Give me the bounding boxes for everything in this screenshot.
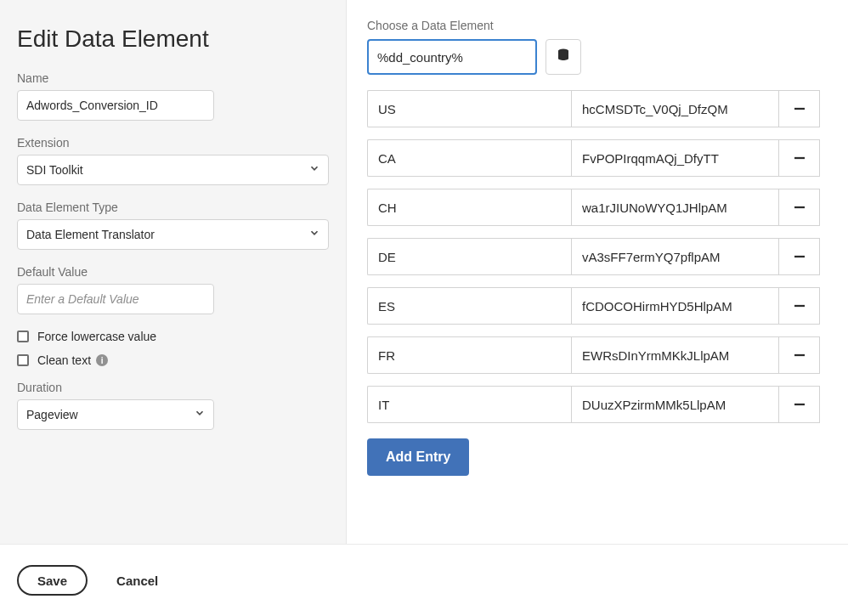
entry-row: DEvA3sFF7ermYQ7pflpAM	[367, 238, 828, 275]
type-label: Data Element Type	[17, 201, 329, 214]
minus-icon	[792, 348, 807, 363]
extension-label: Extension	[17, 136, 329, 150]
left-panel: Edit Data Element Name Extension Data El…	[0, 0, 347, 544]
remove-entry-button[interactable]	[779, 386, 820, 423]
entry-row: CHwa1rJIUNoWYQ1JHlpAM	[367, 189, 828, 226]
minus-icon	[792, 200, 807, 215]
default-value-label: Default Value	[17, 265, 214, 279]
entry-value-input[interactable]: vA3sFF7ermYQ7pflpAM	[571, 238, 779, 275]
entry-row: CAFvPOPIrqqmAQj_DfyTT	[367, 139, 828, 177]
svg-rect-6	[794, 354, 805, 356]
minus-icon	[792, 397, 807, 412]
entry-value-input[interactable]: FvPOPIrqqmAQj_DfyTT	[571, 139, 779, 177]
remove-entry-button[interactable]	[779, 90, 820, 127]
duration-select[interactable]	[17, 399, 214, 430]
entry-key-input[interactable]: FR	[367, 336, 571, 374]
remove-entry-button[interactable]	[779, 139, 820, 177]
svg-rect-3	[794, 206, 805, 208]
cancel-button[interactable]: Cancel	[116, 574, 158, 588]
entry-row: ITDUuzXPzirmMMk5LlpAM	[367, 386, 828, 423]
right-panel: Choose a Data Element UShcCMSDTc_V0Qj_Df…	[347, 0, 848, 544]
remove-entry-button[interactable]	[779, 189, 820, 226]
entry-value-input[interactable]: fCDOCOHirmHYD5HlpAM	[571, 287, 779, 325]
name-label: Name	[17, 71, 214, 85]
minus-icon	[792, 101, 807, 116]
svg-rect-7	[794, 404, 805, 405]
add-entry-button[interactable]: Add Entry	[367, 438, 469, 476]
save-button[interactable]: Save	[17, 565, 88, 596]
checkbox-icon	[17, 354, 29, 366]
entry-value-input[interactable]: hcCMSDTc_V0Qj_DfzQM	[571, 90, 779, 127]
clean-text-checkbox[interactable]: Clean text i	[17, 353, 329, 367]
name-input[interactable]	[17, 90, 214, 121]
page-title: Edit Data Element	[17, 25, 329, 53]
entry-value-input[interactable]: wa1rJIUNoWYQ1JHlpAM	[571, 189, 779, 226]
remove-entry-button[interactable]	[779, 287, 820, 325]
checkbox-icon	[17, 331, 29, 342]
remove-entry-button[interactable]	[779, 238, 820, 275]
info-icon[interactable]: i	[96, 354, 108, 366]
data-element-picker-button[interactable]	[546, 39, 581, 75]
minus-icon	[792, 249, 807, 264]
data-element-input[interactable]	[367, 39, 537, 75]
force-lowercase-label: Force lowercase value	[37, 330, 156, 343]
entries-list: UShcCMSDTc_V0Qj_DfzQMCAFvPOPIrqqmAQj_Dfy…	[367, 90, 828, 423]
svg-rect-2	[794, 157, 805, 159]
extension-select[interactable]	[17, 155, 329, 185]
minus-icon	[792, 150, 807, 166]
svg-rect-4	[794, 256, 805, 257]
entry-value-input[interactable]: DUuzXPzirmMMk5LlpAM	[571, 386, 779, 423]
svg-rect-1	[794, 108, 805, 110]
entry-row: ESfCDOCOHirmHYD5HlpAM	[367, 287, 828, 325]
entry-row: FREWRsDInYrmMKkJLlpAM	[367, 336, 828, 374]
entry-key-input[interactable]: IT	[367, 386, 571, 423]
entry-row: UShcCMSDTc_V0Qj_DfzQM	[367, 90, 828, 127]
entry-key-input[interactable]: ES	[367, 287, 571, 325]
default-value-input[interactable]	[17, 284, 214, 314]
remove-entry-button[interactable]	[779, 336, 820, 374]
entry-key-input[interactable]: DE	[367, 238, 571, 275]
entry-key-input[interactable]: CA	[367, 139, 571, 177]
footer-bar: Save Cancel	[0, 544, 848, 616]
minus-icon	[792, 298, 807, 314]
entry-key-input[interactable]: US	[367, 90, 571, 127]
force-lowercase-checkbox[interactable]: Force lowercase value	[17, 330, 329, 343]
choose-data-element-label: Choose a Data Element	[367, 19, 828, 32]
svg-rect-5	[794, 305, 805, 307]
database-icon	[556, 48, 571, 66]
type-select[interactable]	[17, 219, 329, 250]
entry-key-input[interactable]: CH	[367, 189, 571, 226]
clean-text-label: Clean text	[37, 353, 91, 367]
duration-label: Duration	[17, 381, 329, 394]
entry-value-input[interactable]: EWRsDInYrmMKkJLlpAM	[571, 336, 779, 374]
